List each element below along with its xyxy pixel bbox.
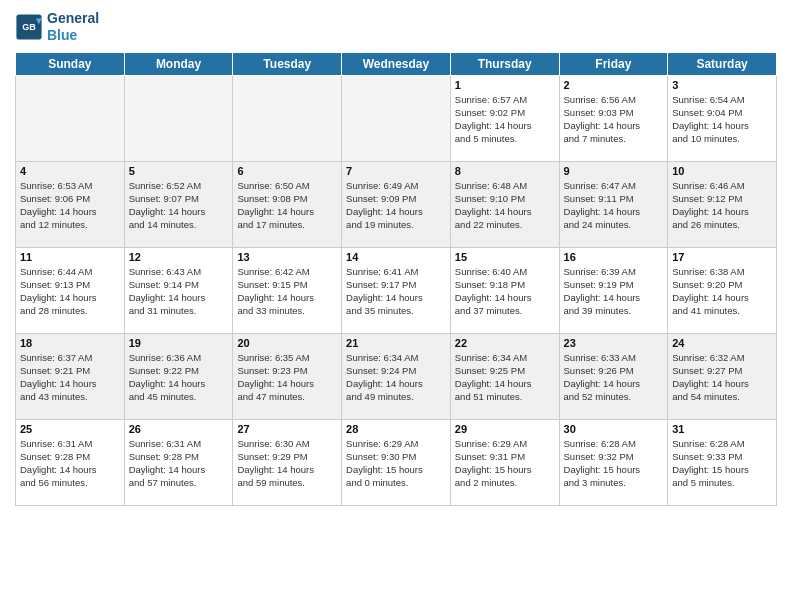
day-info: Sunrise: 6:50 AM Sunset: 9:08 PM Dayligh…: [237, 179, 337, 232]
day-info: Sunrise: 6:57 AM Sunset: 9:02 PM Dayligh…: [455, 93, 555, 146]
calendar-cell: 10Sunrise: 6:46 AM Sunset: 9:12 PM Dayli…: [668, 161, 777, 247]
calendar-cell: [16, 75, 125, 161]
calendar-cell: 6Sunrise: 6:50 AM Sunset: 9:08 PM Daylig…: [233, 161, 342, 247]
calendar-cell: 16Sunrise: 6:39 AM Sunset: 9:19 PM Dayli…: [559, 247, 668, 333]
day-info: Sunrise: 6:44 AM Sunset: 9:13 PM Dayligh…: [20, 265, 120, 318]
day-number: 3: [672, 79, 772, 91]
day-number: 4: [20, 165, 120, 177]
day-info: Sunrise: 6:35 AM Sunset: 9:23 PM Dayligh…: [237, 351, 337, 404]
week-row-5: 25Sunrise: 6:31 AM Sunset: 9:28 PM Dayli…: [16, 419, 777, 505]
weekday-header-tuesday: Tuesday: [233, 52, 342, 75]
calendar-cell: 13Sunrise: 6:42 AM Sunset: 9:15 PM Dayli…: [233, 247, 342, 333]
day-info: Sunrise: 6:43 AM Sunset: 9:14 PM Dayligh…: [129, 265, 229, 318]
weekday-header-friday: Friday: [559, 52, 668, 75]
calendar-cell: 27Sunrise: 6:30 AM Sunset: 9:29 PM Dayli…: [233, 419, 342, 505]
day-info: Sunrise: 6:32 AM Sunset: 9:27 PM Dayligh…: [672, 351, 772, 404]
week-row-3: 11Sunrise: 6:44 AM Sunset: 9:13 PM Dayli…: [16, 247, 777, 333]
day-info: Sunrise: 6:34 AM Sunset: 9:25 PM Dayligh…: [455, 351, 555, 404]
calendar-cell: 24Sunrise: 6:32 AM Sunset: 9:27 PM Dayli…: [668, 333, 777, 419]
week-row-2: 4Sunrise: 6:53 AM Sunset: 9:06 PM Daylig…: [16, 161, 777, 247]
day-number: 1: [455, 79, 555, 91]
calendar-cell: 12Sunrise: 6:43 AM Sunset: 9:14 PM Dayli…: [124, 247, 233, 333]
week-row-1: 1Sunrise: 6:57 AM Sunset: 9:02 PM Daylig…: [16, 75, 777, 161]
day-info: Sunrise: 6:37 AM Sunset: 9:21 PM Dayligh…: [20, 351, 120, 404]
day-number: 11: [20, 251, 120, 263]
calendar-cell: 2Sunrise: 6:56 AM Sunset: 9:03 PM Daylig…: [559, 75, 668, 161]
logo: GB General Blue: [15, 10, 99, 44]
calendar-cell: 21Sunrise: 6:34 AM Sunset: 9:24 PM Dayli…: [342, 333, 451, 419]
day-info: Sunrise: 6:48 AM Sunset: 9:10 PM Dayligh…: [455, 179, 555, 232]
calendar-cell: 23Sunrise: 6:33 AM Sunset: 9:26 PM Dayli…: [559, 333, 668, 419]
svg-text:GB: GB: [22, 22, 36, 32]
day-info: Sunrise: 6:31 AM Sunset: 9:28 PM Dayligh…: [129, 437, 229, 490]
day-number: 5: [129, 165, 229, 177]
calendar-cell: 28Sunrise: 6:29 AM Sunset: 9:30 PM Dayli…: [342, 419, 451, 505]
calendar-cell: 30Sunrise: 6:28 AM Sunset: 9:32 PM Dayli…: [559, 419, 668, 505]
day-number: 19: [129, 337, 229, 349]
calendar-cell: 22Sunrise: 6:34 AM Sunset: 9:25 PM Dayli…: [450, 333, 559, 419]
page-container: GB General Blue SundayMondayTuesdayWedne…: [0, 0, 792, 612]
weekday-header-thursday: Thursday: [450, 52, 559, 75]
calendar-cell: 29Sunrise: 6:29 AM Sunset: 9:31 PM Dayli…: [450, 419, 559, 505]
calendar-table: SundayMondayTuesdayWednesdayThursdayFrid…: [15, 52, 777, 506]
calendar-cell: 5Sunrise: 6:52 AM Sunset: 9:07 PM Daylig…: [124, 161, 233, 247]
day-number: 29: [455, 423, 555, 435]
calendar-cell: 11Sunrise: 6:44 AM Sunset: 9:13 PM Dayli…: [16, 247, 125, 333]
day-info: Sunrise: 6:28 AM Sunset: 9:33 PM Dayligh…: [672, 437, 772, 490]
day-info: Sunrise: 6:33 AM Sunset: 9:26 PM Dayligh…: [564, 351, 664, 404]
logo-icon: GB: [15, 13, 43, 41]
day-number: 12: [129, 251, 229, 263]
day-info: Sunrise: 6:28 AM Sunset: 9:32 PM Dayligh…: [564, 437, 664, 490]
day-number: 18: [20, 337, 120, 349]
day-info: Sunrise: 6:46 AM Sunset: 9:12 PM Dayligh…: [672, 179, 772, 232]
weekday-header-saturday: Saturday: [668, 52, 777, 75]
logo-text: General Blue: [47, 10, 99, 44]
day-number: 25: [20, 423, 120, 435]
calendar-cell: 15Sunrise: 6:40 AM Sunset: 9:18 PM Dayli…: [450, 247, 559, 333]
weekday-header-monday: Monday: [124, 52, 233, 75]
day-number: 31: [672, 423, 772, 435]
day-info: Sunrise: 6:39 AM Sunset: 9:19 PM Dayligh…: [564, 265, 664, 318]
day-number: 17: [672, 251, 772, 263]
day-info: Sunrise: 6:38 AM Sunset: 9:20 PM Dayligh…: [672, 265, 772, 318]
calendar-cell: 4Sunrise: 6:53 AM Sunset: 9:06 PM Daylig…: [16, 161, 125, 247]
day-info: Sunrise: 6:31 AM Sunset: 9:28 PM Dayligh…: [20, 437, 120, 490]
calendar-cell: 20Sunrise: 6:35 AM Sunset: 9:23 PM Dayli…: [233, 333, 342, 419]
day-number: 16: [564, 251, 664, 263]
calendar-cell: [233, 75, 342, 161]
day-info: Sunrise: 6:42 AM Sunset: 9:15 PM Dayligh…: [237, 265, 337, 318]
day-number: 13: [237, 251, 337, 263]
day-info: Sunrise: 6:56 AM Sunset: 9:03 PM Dayligh…: [564, 93, 664, 146]
day-info: Sunrise: 6:40 AM Sunset: 9:18 PM Dayligh…: [455, 265, 555, 318]
day-number: 21: [346, 337, 446, 349]
day-info: Sunrise: 6:49 AM Sunset: 9:09 PM Dayligh…: [346, 179, 446, 232]
calendar-cell: 19Sunrise: 6:36 AM Sunset: 9:22 PM Dayli…: [124, 333, 233, 419]
day-info: Sunrise: 6:34 AM Sunset: 9:24 PM Dayligh…: [346, 351, 446, 404]
weekday-header-wednesday: Wednesday: [342, 52, 451, 75]
calendar-cell: [342, 75, 451, 161]
day-info: Sunrise: 6:47 AM Sunset: 9:11 PM Dayligh…: [564, 179, 664, 232]
day-info: Sunrise: 6:29 AM Sunset: 9:31 PM Dayligh…: [455, 437, 555, 490]
day-number: 23: [564, 337, 664, 349]
calendar-cell: 26Sunrise: 6:31 AM Sunset: 9:28 PM Dayli…: [124, 419, 233, 505]
day-info: Sunrise: 6:53 AM Sunset: 9:06 PM Dayligh…: [20, 179, 120, 232]
day-number: 6: [237, 165, 337, 177]
day-info: Sunrise: 6:30 AM Sunset: 9:29 PM Dayligh…: [237, 437, 337, 490]
day-info: Sunrise: 6:54 AM Sunset: 9:04 PM Dayligh…: [672, 93, 772, 146]
calendar-cell: 31Sunrise: 6:28 AM Sunset: 9:33 PM Dayli…: [668, 419, 777, 505]
day-info: Sunrise: 6:41 AM Sunset: 9:17 PM Dayligh…: [346, 265, 446, 318]
day-number: 10: [672, 165, 772, 177]
calendar-cell: 18Sunrise: 6:37 AM Sunset: 9:21 PM Dayli…: [16, 333, 125, 419]
calendar-cell: 9Sunrise: 6:47 AM Sunset: 9:11 PM Daylig…: [559, 161, 668, 247]
day-number: 14: [346, 251, 446, 263]
calendar-cell: 1Sunrise: 6:57 AM Sunset: 9:02 PM Daylig…: [450, 75, 559, 161]
week-row-4: 18Sunrise: 6:37 AM Sunset: 9:21 PM Dayli…: [16, 333, 777, 419]
day-info: Sunrise: 6:29 AM Sunset: 9:30 PM Dayligh…: [346, 437, 446, 490]
day-number: 8: [455, 165, 555, 177]
calendar-cell: 3Sunrise: 6:54 AM Sunset: 9:04 PM Daylig…: [668, 75, 777, 161]
day-number: 15: [455, 251, 555, 263]
day-number: 2: [564, 79, 664, 91]
day-number: 20: [237, 337, 337, 349]
day-number: 28: [346, 423, 446, 435]
day-number: 30: [564, 423, 664, 435]
